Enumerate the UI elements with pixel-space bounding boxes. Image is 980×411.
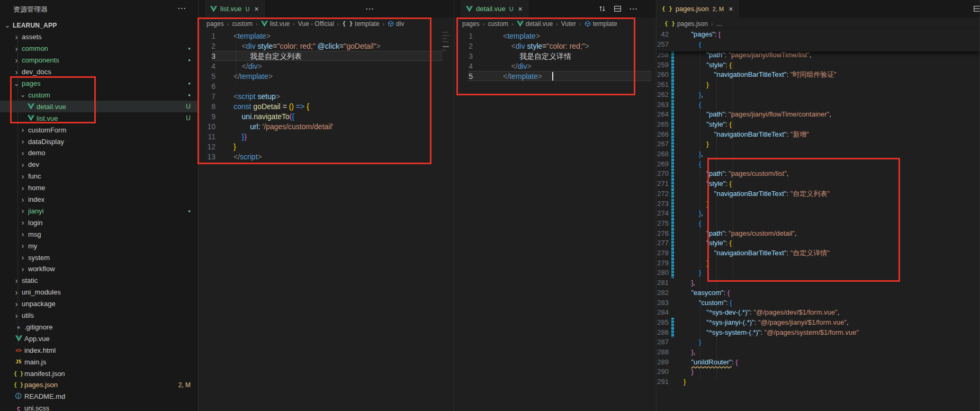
code-line[interactable]: 276 "path": "pages/custom/detail", bbox=[657, 229, 979, 239]
code-line[interactable]: 264 "path": "pages/jianyi/flowTime/conta… bbox=[657, 110, 979, 120]
minimap[interactable] bbox=[443, 30, 452, 67]
code-line[interactable]: 8const goDetail = () => { bbox=[199, 102, 454, 112]
breadcrumb-item-template[interactable]: template bbox=[585, 20, 617, 28]
code-line[interactable]: 5</template> bbox=[199, 72, 454, 82]
code-line[interactable]: 285 "^sys-jianyi-(.*)": "@/pages/jianyi/… bbox=[657, 318, 979, 328]
code-line[interactable]: 258 "path": "pages/jianyi/flowTime/list"… bbox=[657, 50, 979, 60]
tree-item-uni.scss[interactable]: ςuni.scss bbox=[0, 403, 198, 411]
split-editor-icon[interactable] bbox=[614, 5, 622, 13]
tree-item-workflow[interactable]: ›workflow bbox=[0, 263, 198, 275]
code-line[interactable]: 273 } bbox=[657, 199, 979, 209]
code-line[interactable]: 265 "style": { bbox=[657, 120, 979, 130]
close-icon[interactable]: × bbox=[729, 5, 733, 13]
code-line[interactable]: 269 { bbox=[657, 159, 979, 169]
code-line[interactable]: 277 "style": { bbox=[657, 238, 979, 248]
close-icon[interactable]: × bbox=[254, 5, 258, 13]
close-icon[interactable]: × bbox=[518, 5, 523, 13]
code-line-sticky[interactable]: 42 "pages": [ bbox=[657, 30, 979, 40]
tree-item-dataDisplay[interactable]: ›dataDisplay bbox=[0, 136, 198, 147]
tree-item-demo[interactable]: ›demo bbox=[0, 147, 198, 159]
code-line[interactable]: 5</template> bbox=[454, 72, 656, 82]
code-line[interactable]: 280 } bbox=[657, 268, 979, 278]
compare-changes-icon[interactable] bbox=[598, 5, 606, 13]
code-line[interactable]: 284 "^sys-dev-(.*)": "@/pages/dev/$1/for… bbox=[657, 308, 979, 318]
tree-item-dev_docs[interactable]: ›dev_docs bbox=[0, 66, 198, 78]
tree-item-README.md[interactable]: ⓘREADME.md bbox=[0, 391, 198, 403]
breadcrumb-item-template[interactable]: { }template bbox=[342, 20, 379, 28]
code-line[interactable]: 274 }, bbox=[657, 209, 979, 219]
code-line[interactable]: 287 } bbox=[657, 337, 979, 347]
tree-item-utils[interactable]: ›utils bbox=[0, 310, 198, 321]
tree-item-login[interactable]: ›login bbox=[0, 217, 198, 228]
tab-detail.vue[interactable]: detail.vueU× bbox=[461, 0, 528, 17]
tree-item-msg[interactable]: ›msg bbox=[0, 228, 198, 240]
code-line[interactable]: 271 "style": { bbox=[657, 179, 979, 189]
code-line[interactable]: 283 "custom": { bbox=[657, 298, 979, 308]
tree-item-custom[interactable]: ⌄custom● bbox=[0, 89, 198, 101]
tree-item-unpackage[interactable]: ›unpackage bbox=[0, 298, 198, 310]
breadcrumb-item-custom[interactable]: custom bbox=[232, 20, 253, 28]
code-line[interactable]: 261 } bbox=[657, 80, 979, 90]
tree-item-uni_modules[interactable]: ›uni_modules bbox=[0, 287, 198, 298]
tree-item-index[interactable]: ›index bbox=[0, 194, 198, 206]
tree-item-list.vue[interactable]: list.vueU bbox=[0, 112, 198, 124]
code-line[interactable]: 262 }, bbox=[657, 90, 979, 100]
tab-list.vue[interactable]: list.vueU× bbox=[205, 0, 265, 17]
code-line[interactable]: 2 <div style="color: red;" @click="goDet… bbox=[199, 41, 454, 51]
code-line[interactable]: 3 我是自定义详情 bbox=[454, 51, 656, 61]
code-line[interactable]: 260 "navigationBarTitleText": "时间组件验证" bbox=[657, 70, 979, 80]
tree-item-detail.vue[interactable]: detail.vueU bbox=[0, 101, 198, 112]
tree-item-App.vue[interactable]: App.vue bbox=[0, 333, 198, 344]
explorer-more-actions-icon[interactable]: ⋯ bbox=[177, 3, 186, 13]
tree-item-main.js[interactable]: JSmain.js bbox=[0, 356, 198, 368]
more-actions-icon[interactable]: ⋯ bbox=[629, 4, 638, 14]
code-line[interactable]: 290 } bbox=[657, 367, 979, 377]
tree-item-common[interactable]: ›common● bbox=[0, 43, 198, 55]
code-line[interactable]: 289 "uniIdRouter": { bbox=[657, 358, 979, 368]
code-line[interactable]: 9 uni.navigateTo({ bbox=[199, 112, 454, 122]
tree-item-components[interactable]: ›components● bbox=[0, 55, 198, 66]
tree-item-index.html[interactable]: <>index.html bbox=[0, 344, 198, 356]
code-line[interactable]: 10 url: '/pages/custom/detail' bbox=[199, 122, 454, 132]
breadcrumb-item--[interactable]: … bbox=[716, 20, 723, 28]
code-line[interactable]: 279 } bbox=[657, 258, 979, 269]
code-line[interactable]: 282 "easycom": { bbox=[657, 288, 979, 298]
tree-item-home[interactable]: ›home bbox=[0, 182, 198, 194]
code-line[interactable]: 6 bbox=[199, 82, 454, 92]
code-line[interactable]: 2 <div style="color: red;"> bbox=[454, 41, 656, 51]
tree-item-LEARUN_APP[interactable]: ⌄LEARUN_APP bbox=[0, 20, 198, 31]
code-line[interactable]: 266 "navigationBarTitleText": "新增" bbox=[657, 130, 979, 140]
tree-item-static[interactable]: ›static bbox=[0, 275, 198, 287]
tree-item-pages.json[interactable]: { }pages.json2, M bbox=[0, 379, 198, 391]
code-line[interactable]: 272 "navigationBarTitleText": "自定义列表" bbox=[657, 189, 979, 199]
breadcrumb-item-custom[interactable]: custom bbox=[488, 20, 508, 28]
tree-item-.gitignore[interactable]: ◈.gitignore bbox=[0, 321, 198, 333]
code-line[interactable]: 1<template> bbox=[199, 31, 454, 41]
tree-item-dev[interactable]: ›dev bbox=[0, 159, 198, 171]
code-line[interactable]: 3 我是自定义列表 bbox=[199, 51, 454, 61]
code-line[interactable]: 13</script> bbox=[199, 152, 454, 162]
tree-item-assets[interactable]: ›assets bbox=[0, 31, 198, 43]
breadcrumb-item-detail.vue[interactable]: detail.vue bbox=[517, 20, 553, 28]
code-line[interactable]: 288 }, bbox=[657, 347, 979, 358]
code-line[interactable]: 11 }) bbox=[199, 132, 454, 142]
code-line[interactable]: 270 "path": "pages/custom/list", bbox=[657, 169, 979, 179]
breadcrumb-item-pages[interactable]: pages bbox=[206, 20, 224, 28]
more-actions-icon[interactable]: ⋯ bbox=[365, 4, 374, 14]
code-line[interactable]: 278 "navigationBarTitleText": "自定义详情" bbox=[657, 248, 979, 258]
tree-item-pages[interactable]: ⌄pages● bbox=[0, 78, 198, 90]
breadcrumb-item-Vuter[interactable]: Vuter bbox=[561, 20, 576, 28]
code-line[interactable]: 268 }, bbox=[657, 149, 979, 159]
code-line[interactable]: 291} bbox=[657, 377, 979, 387]
breadcrumb-item-Vue-Official[interactable]: Vue - Official bbox=[298, 20, 334, 28]
code-line[interactable]: 275 { bbox=[657, 219, 979, 229]
breadcrumb-item-pages[interactable]: pages bbox=[462, 20, 480, 28]
tree-item-manifest.json[interactable]: { }manifest.json bbox=[0, 368, 198, 379]
tree-item-customForm[interactable]: ›customForm bbox=[0, 124, 198, 136]
tree-item-system[interactable]: ›system bbox=[0, 252, 198, 263]
breadcrumb-item-div[interactable]: div bbox=[388, 20, 404, 28]
code-line[interactable]: 4 </div> bbox=[199, 61, 454, 72]
tab-pages.json[interactable]: { }pages.json2, M× bbox=[657, 0, 739, 17]
code-line[interactable]: 259 "style": { bbox=[657, 60, 979, 70]
code-line[interactable]: 286 "^sys-system-(.*)": "@/pages/system/… bbox=[657, 328, 979, 338]
